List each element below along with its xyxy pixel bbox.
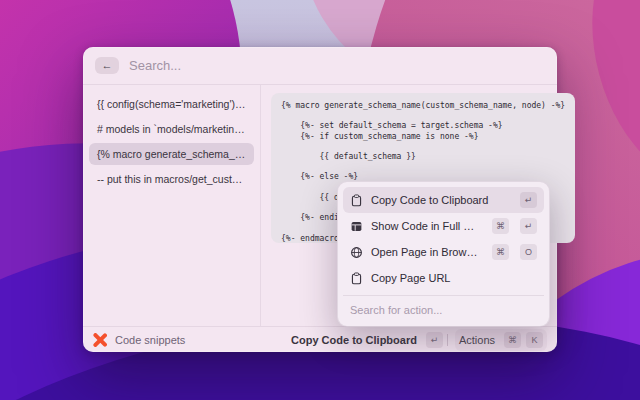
action-label: Open Page in Browser [371,246,481,258]
action-menu-item[interactable]: Show Code in Full Page⌘↵ [343,213,544,239]
action-menu-item[interactable]: Copy Code to Clipboard↵ [343,187,544,213]
action-menu-item[interactable]: Open Page in Browser⌘O [343,239,544,265]
command-key-icon: ⌘ [504,332,521,348]
action-label: Copy Code to Clipboard [371,194,509,206]
clipboard-icon [350,194,363,207]
clipboard-icon [350,272,363,285]
desktop-wallpaper: ← Search... {{ config(schema='marketing'… [0,0,640,400]
action-label: Show Code in Full Page [371,220,481,232]
actions-popup: Copy Code to Clipboard↵Show Code in Full… [337,181,550,327]
return-key-icon: ↵ [426,332,443,348]
action-search-input[interactable]: Search for action... [343,295,544,321]
key-badge: O [520,244,537,260]
snippet-list-item[interactable]: {% macro generate_schema_name(c... [89,143,254,165]
snippet-list-item[interactable]: {{ config(schema='marketing') }} sel... [89,93,254,115]
footer-bar: Code snippets Copy Code to Clipboard ↵ A… [83,326,557,352]
app-name-label: Code snippets [115,334,185,346]
command-key-icon: ⌘ [492,218,509,234]
launcher-window: ← Search... {{ config(schema='marketing'… [83,47,557,352]
footer-divider [447,334,448,346]
x-logo-icon [93,333,107,347]
snippet-list-item[interactable]: -- put this in macros/get_custom_sc... [89,168,254,190]
actions-menu-button[interactable]: Actions ⌘ K [455,329,547,351]
snippet-list-item[interactable]: # models in `models/marketing/ will... [89,118,254,140]
action-label: Copy Page URL [371,272,537,284]
actions-popup-list: Copy Code to Clipboard↵Show Code in Full… [343,187,544,291]
command-key-icon: ⌘ [492,244,509,260]
search-input[interactable]: Search... [129,58,181,73]
footer-actions: Copy Code to Clipboard ↵ Actions ⌘ K [291,329,547,351]
actions-label: Actions [459,334,495,346]
footer-app: Code snippets [93,333,185,347]
action-menu-item[interactable]: Copy Page URL [343,265,544,291]
back-arrow-icon: ← [102,60,113,71]
return-key-icon: ↵ [520,218,537,234]
primary-action-button[interactable]: Copy Code to Clipboard [291,334,417,346]
search-bar: ← Search... [83,47,557,85]
globe-icon [350,246,363,259]
k-key-icon: K [526,332,543,348]
back-button[interactable]: ← [95,57,119,74]
return-key-icon: ↵ [520,192,537,208]
snippet-list: {{ config(schema='marketing') }} sel...#… [83,85,261,326]
window-icon [350,220,363,233]
